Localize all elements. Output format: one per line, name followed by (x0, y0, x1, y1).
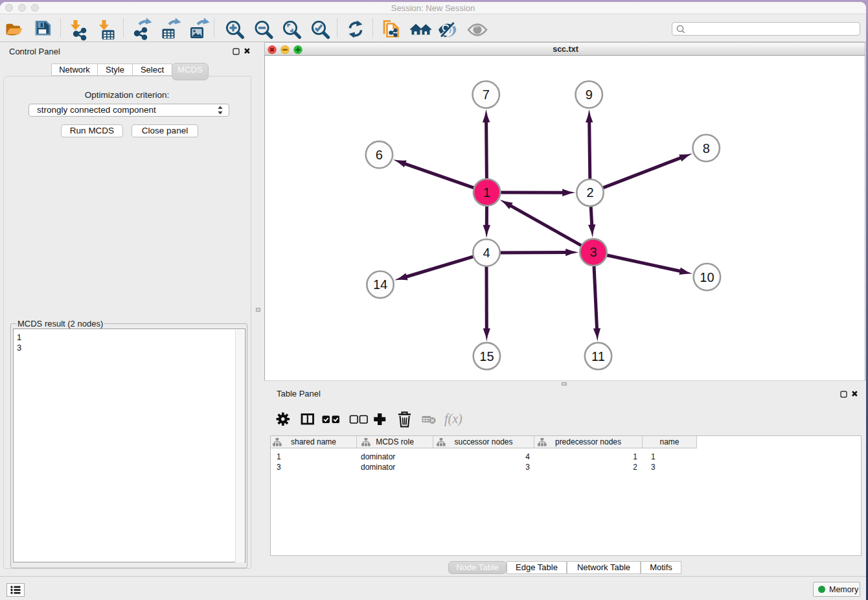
svg-text:Memory: Memory (829, 585, 859, 594)
svg-text:15: 15 (479, 349, 494, 363)
svg-text:11: 11 (591, 349, 605, 363)
svg-text:7: 7 (483, 87, 490, 102)
svg-text:8: 8 (703, 141, 710, 156)
svg-text:10: 10 (700, 270, 714, 284)
svg-text:6: 6 (376, 148, 383, 162)
svg-text:2: 2 (586, 185, 593, 200)
svg-text:9: 9 (586, 87, 593, 102)
svg-text:4: 4 (483, 246, 490, 260)
svg-text:3: 3 (589, 245, 597, 259)
svg-text:f(x): f(x) (444, 411, 463, 426)
svg-text:14: 14 (373, 277, 387, 292)
svg-text:1: 1 (483, 185, 490, 200)
